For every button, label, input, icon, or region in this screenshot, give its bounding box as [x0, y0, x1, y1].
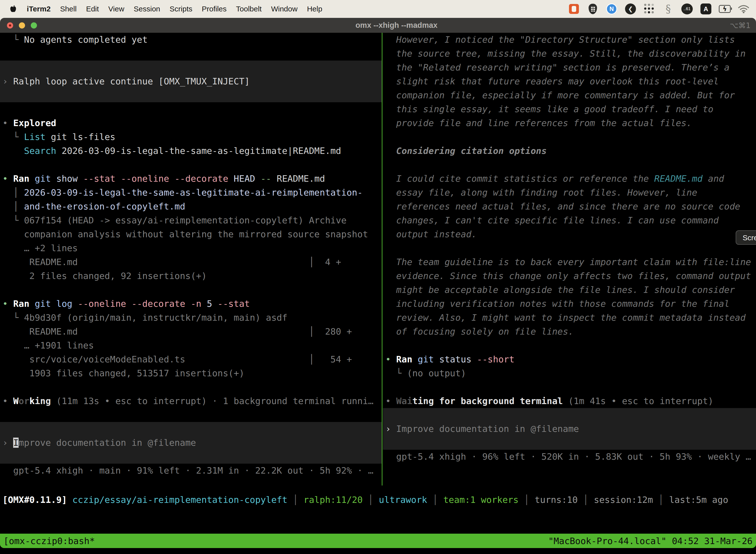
blank-line [383, 380, 756, 394]
apple-menu-icon[interactable] [10, 5, 16, 13]
terminal-line: │ and-the-erosion-of-copyleft.md [0, 200, 382, 214]
terminal-line: • Ran git log --oneline --decorate -n 5 … [0, 297, 382, 311]
terminal-line: … +2 lines [0, 241, 382, 255]
terminal-line: However, I noticed the "Directory Struct… [383, 33, 756, 47]
screen-overlay-badge: Scre [736, 230, 756, 245]
blank-line [0, 380, 382, 394]
terminal-line: • Ran git show --stat --oneline --decora… [0, 172, 382, 186]
menu-iterm2[interactable]: iTerm2 [27, 5, 51, 13]
pane-divider[interactable] [382, 33, 382, 486]
terminal-line: • Waiting for background terminal (1m 41… [383, 394, 756, 408]
close-button[interactable] [7, 22, 13, 29]
terminal-line: companion file, especially if more comme… [383, 88, 756, 102]
window-shortcut-badge: ⌥⌘1 [730, 21, 751, 30]
terminal-line: gpt-5.4 xhigh · main · 91% left · 2.31M … [0, 464, 382, 478]
terminal-line: └ 067f154 (HEAD -> essay/ai-reimplementa… [0, 214, 382, 227]
terminal-line: • Working (11m 13s • esc to interrupt) ·… [0, 394, 382, 408]
blank-line [383, 339, 756, 352]
left-pane[interactable]: └ No agents completed yet› Ralph loop ac… [0, 33, 382, 478]
menu-profiles[interactable]: Profiles [202, 5, 227, 13]
menu-toolbelt[interactable]: Toolbelt [236, 5, 262, 13]
terminal-line: 1903 files changed, 513517 insertions(+) [0, 366, 382, 380]
window-title: omx --xhigh --madmax [37, 21, 756, 30]
terminal-line: companion analysis without altering the … [0, 227, 382, 241]
screenshot-icon[interactable] [568, 3, 580, 15]
blank-line [0, 158, 382, 172]
terminal-line: I could cite commit statistics or refere… [383, 172, 756, 186]
terminal: └ No agents completed yet› Ralph loop ac… [0, 33, 756, 534]
menu-window[interactable]: Window [271, 5, 298, 13]
blank-line [0, 408, 382, 422]
dots-grid-icon[interactable] [643, 3, 655, 15]
terminal-line: └ 4b9d30f (origin/main, instructkr/main,… [0, 311, 382, 325]
zoom-button[interactable] [31, 22, 37, 29]
terminal-line: └ (no output) [383, 366, 756, 380]
menu-bar: iTerm2ShellEditViewSessionScriptsProfile… [0, 0, 756, 18]
terminal-line: The team guideline is to back every impo… [383, 255, 756, 269]
battery-icon[interactable]: ϟ [719, 3, 731, 15]
menu-items: iTerm2ShellEditViewSessionScriptsProfile… [27, 5, 332, 13]
menu-status-icons: N ❮ § ..61 A ϟ [568, 3, 750, 15]
terminal-line: evidence. Since this change only affects… [383, 269, 756, 283]
shutter-icon[interactable]: ❮ [625, 3, 636, 15]
wifi-icon[interactable] [738, 3, 750, 15]
terminal-line: Considering citation options [383, 144, 756, 158]
menu-edit[interactable]: Edit [86, 5, 99, 13]
terminal-line: essay file, along with finding root file… [383, 186, 756, 200]
terminal-line: src/voice/voiceModeEnabled.ts │ 54 + [0, 352, 382, 366]
menu-view[interactable]: View [108, 5, 124, 13]
blank-line [0, 47, 382, 61]
input-source-icon[interactable]: A [700, 3, 712, 15]
prompt-input[interactable]: › Improve documentation in @filename [0, 422, 382, 464]
terminal-line: including verification notes with those … [383, 297, 756, 311]
shield-icon[interactable] [587, 3, 599, 15]
verified-badge-icon[interactable]: N [606, 3, 618, 15]
menu-shell[interactable]: Shell [60, 5, 77, 13]
battery-percent-icon[interactable]: ..61 [681, 3, 693, 15]
terminal-line: slight risk that future readers may over… [383, 74, 756, 88]
terminal-line: provide file and line references from th… [383, 116, 756, 130]
terminal-line: └ No agents completed yet [0, 33, 382, 47]
blank-line [383, 158, 756, 172]
omx-status-bar: [OMX#0.11.9] cczip/essay/ai-reimplementa… [0, 493, 756, 507]
terminal-line: the source tree, missing the essay. Stil… [383, 47, 756, 61]
terminal-line: README.md │ 280 + [0, 325, 382, 339]
terminal-line: • Ran git status --short [383, 352, 756, 366]
terminal-line: … +1901 lines [0, 339, 382, 352]
terminal-line: gpt-5.4 xhigh · 96% left · 520K in · 5.8… [383, 450, 756, 464]
menu-help[interactable]: Help [307, 5, 322, 13]
terminal-line: • Explored [0, 116, 382, 130]
blank-line [383, 130, 756, 144]
blank-line [0, 283, 382, 297]
terminal-line: README.md │ 4 + [0, 255, 382, 269]
terminal-line: 2 files changed, 92 insertions(+) [0, 269, 382, 283]
tmux-host-time-label: "MacBook-Pro-44.local" 04:52 31-Mar-26 [548, 536, 753, 546]
menu-session[interactable]: Session [134, 5, 160, 13]
menu-scripts[interactable]: Scripts [170, 5, 192, 13]
terminal-line: references need actual files, and since … [383, 200, 756, 214]
terminal-line: review. Also, I might want to inspect th… [383, 311, 756, 325]
terminal-line: │ 2026-03-09-is-legal-the-same-as-legiti… [0, 186, 382, 200]
squiggle-icon[interactable]: § [662, 3, 674, 15]
terminal-line: changes, I can't cite specific file line… [383, 214, 756, 227]
terminal-line: Search 2026-03-09-is-legal-the-same-as-l… [0, 144, 382, 158]
minimize-button[interactable] [19, 22, 25, 29]
terminal-line: the "Related research writing" section i… [383, 61, 756, 74]
tmux-status-bar: [omx-cczip0:bash* "MacBook-Pro-44.local"… [0, 534, 756, 548]
prompt-input[interactable]: › Ralph loop active continue [OMX_TMUX_I… [0, 61, 382, 102]
right-pane[interactable]: However, I noticed the "Directory Struct… [383, 33, 756, 464]
terminal-line: output instead. [383, 227, 756, 241]
tmux-session-label: [omx-cczip0:bash* [3, 536, 95, 546]
terminal-line: of focusing solely on file lines. [383, 325, 756, 339]
terminal-line: this single essay, it seems like a good … [383, 102, 756, 116]
terminal-line: └ List git ls-files [0, 130, 382, 144]
blank-line [383, 241, 756, 255]
prompt-input[interactable]: › Improve documentation in @filename [383, 408, 756, 450]
window-controls [0, 22, 37, 29]
terminal-line: might be acceptable alongside the file l… [383, 283, 756, 297]
blank-line [0, 102, 382, 116]
title-bar[interactable]: omx --xhigh --madmax ⌥⌘1 [0, 18, 756, 33]
